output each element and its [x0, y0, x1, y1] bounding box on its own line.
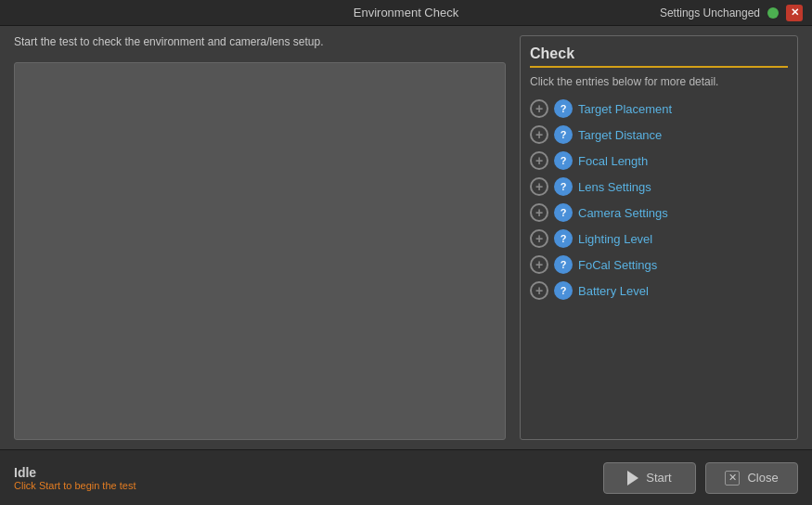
help-icon: ?: [554, 177, 573, 196]
help-icon: ?: [554, 203, 573, 222]
help-icon: ?: [554, 281, 573, 300]
check-item[interactable]: + ? Target Distance: [530, 125, 788, 144]
expand-icon: +: [530, 99, 548, 118]
check-item[interactable]: + ? FoCal Settings: [530, 255, 788, 274]
start-button[interactable]: Start: [603, 462, 696, 494]
check-panel: Check Click the entries below for more d…: [520, 35, 798, 440]
x-icon: ✕: [725, 471, 740, 486]
check-item[interactable]: + ? Lighting Level: [530, 229, 788, 248]
help-icon: ?: [554, 99, 573, 118]
check-item-label[interactable]: Focal Length: [578, 154, 648, 168]
play-icon: [627, 471, 638, 486]
help-icon: ?: [554, 125, 573, 144]
close-button[interactable]: ✕: [786, 5, 803, 21]
check-item-label[interactable]: FoCal Settings: [578, 258, 657, 272]
check-item[interactable]: + ? Battery Level: [530, 281, 788, 300]
check-item-label[interactable]: Target Distance: [578, 128, 662, 142]
idle-hint: Click Start to begin the test: [14, 480, 135, 491]
check-item[interactable]: + ? Focal Length: [530, 151, 788, 170]
check-item-label[interactable]: Battery Level: [578, 284, 649, 298]
start-label: Start: [646, 471, 671, 485]
footer: Idle Click Start to begin the test Start…: [0, 449, 812, 505]
status-text: Settings Unchanged: [660, 6, 760, 19]
expand-icon: +: [530, 281, 548, 300]
close-label: Close: [747, 471, 778, 485]
check-item-label[interactable]: Lens Settings: [578, 180, 651, 194]
check-item[interactable]: + ? Lens Settings: [530, 177, 788, 196]
check-title: Check: [530, 45, 788, 68]
check-item[interactable]: + ? Camera Settings: [530, 203, 788, 222]
expand-icon: +: [530, 177, 548, 196]
expand-icon: +: [530, 255, 548, 274]
expand-icon: +: [530, 229, 548, 248]
check-item-label[interactable]: Camera Settings: [578, 206, 668, 220]
main-content: Start the test to check the environment …: [0, 26, 812, 449]
title-bar: Environment Check Settings Unchanged ✕: [0, 0, 812, 26]
camera-view: [14, 62, 506, 440]
expand-icon: +: [530, 151, 548, 170]
help-icon: ?: [554, 229, 573, 248]
check-item[interactable]: + ? Target Placement: [530, 99, 788, 118]
idle-label: Idle: [14, 465, 135, 480]
status-area: Idle Click Start to begin the test: [14, 465, 135, 491]
window-title: Environment Check: [354, 6, 458, 19]
help-icon: ?: [554, 255, 573, 274]
status-indicator: [767, 7, 779, 19]
footer-buttons: Start ✕ Close: [603, 462, 798, 494]
expand-icon: +: [530, 203, 548, 222]
expand-icon: +: [530, 125, 548, 144]
intro-text: Start the test to check the environment …: [14, 35, 506, 48]
check-instruction: Click the entries below for more detail.: [530, 75, 788, 88]
left-panel: Start the test to check the environment …: [14, 35, 506, 440]
check-item-label[interactable]: Lighting Level: [578, 232, 652, 246]
check-item-label[interactable]: Target Placement: [578, 102, 672, 116]
close-button[interactable]: ✕ Close: [705, 462, 798, 494]
help-icon: ?: [554, 151, 573, 170]
